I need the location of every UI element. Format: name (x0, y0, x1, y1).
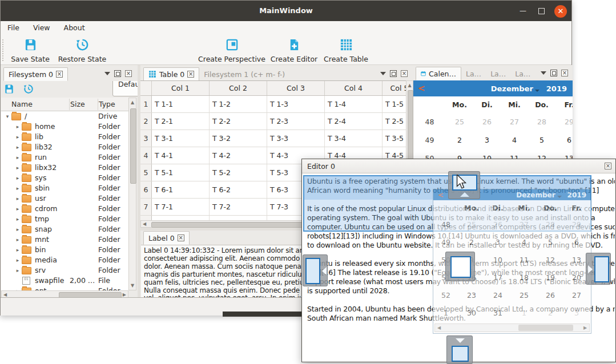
menu-file[interactable]: File (1, 21, 26, 35)
calendar-day-cell[interactable]: 26 (473, 118, 501, 126)
expander-open-icon[interactable]: ▾ (3, 111, 11, 122)
calendar-day-cell[interactable]: 29 (555, 118, 573, 126)
create-perspective-button[interactable]: Create Perspective (198, 36, 266, 63)
tab-table-0[interactable]: Table 0 × (143, 67, 199, 81)
expander-icon[interactable]: ▸ (14, 152, 22, 163)
restore-icon[interactable] (23, 84, 34, 94)
panel-menu-icon[interactable] (380, 72, 386, 75)
expander-icon[interactable]: ▸ (14, 234, 22, 245)
expander-icon[interactable]: ▸ (14, 132, 22, 142)
table-cell[interactable]: T 5-2 (210, 164, 267, 181)
calendar-day-cell[interactable]: 25 (446, 118, 473, 126)
table-row-header[interactable]: 2 (140, 113, 152, 130)
table-row-header[interactable]: 3 (140, 130, 152, 147)
table-row-header[interactable]: 7 (140, 199, 152, 215)
dock-indicator-left[interactable] (303, 254, 328, 286)
tree-row[interactable]: ▸tmpFolder (1, 214, 128, 224)
table-cell[interactable]: T 3-1 (152, 130, 210, 147)
titlebar[interactable]: MainWindow — ✕ (1, 1, 571, 21)
calendar-day-cell[interactable]: 5 (528, 136, 555, 144)
minimize-button[interactable]: — (517, 5, 529, 18)
expander-icon[interactable]: ▸ (14, 214, 22, 224)
scroll-left-icon[interactable]: ◀ (143, 221, 146, 227)
table-column-header[interactable]: Col 4 (325, 81, 383, 95)
table-row-header[interactable]: 6 (140, 181, 152, 198)
tree-row[interactable]: ▸binFolder (1, 245, 128, 255)
table-cell[interactable]: T 1-5 (383, 96, 406, 112)
table-cell[interactable]: T 5-1 (152, 164, 210, 181)
calendar-day-cell[interactable]: 6 (555, 136, 573, 144)
tab-filesystem-0[interactable]: Filesystem 0 × (3, 67, 68, 81)
tree-row[interactable]: ▸mediaFolder (1, 255, 128, 265)
calendar-day-cell[interactable]: 4 (501, 136, 528, 144)
table-row-header[interactable]: 4 (140, 147, 152, 164)
table-cell[interactable]: T 6-2 (210, 181, 267, 198)
table-cell[interactable]: T 2-3 (267, 113, 325, 130)
calendar-day-cell[interactable]: 2 (446, 136, 473, 144)
maximize-button[interactable] (535, 5, 547, 18)
table-row-header[interactable]: 5 (140, 164, 152, 181)
tree-row[interactable]: ▸libx32Folder (1, 163, 128, 173)
scrollbar-thumb[interactable] (130, 108, 136, 184)
close-button[interactable]: ✕ (554, 5, 567, 18)
tab-filesystem-1[interactable]: Filesystem 1 (c+ m- f-) (199, 67, 289, 81)
tree-row[interactable]: ▸usrFolder (1, 193, 128, 204)
calendar-prev-icon[interactable]: < (413, 83, 433, 94)
panel-menu-icon[interactable] (104, 72, 110, 75)
panel-float-icon[interactable] (114, 70, 121, 77)
menu-view[interactable]: View (26, 21, 57, 35)
table-cell[interactable]: T 3-5 (383, 130, 406, 147)
table-cell[interactable]: T 3-2 (210, 130, 267, 147)
tree-row[interactable]: ▸sbinFolder (1, 183, 128, 193)
tree-header[interactable]: Name Size Type (1, 98, 128, 111)
tab-close-icon[interactable]: × (187, 71, 194, 78)
expander-icon[interactable]: ▸ (14, 142, 22, 152)
table-cell[interactable]: T 4-2 (210, 147, 267, 164)
tree-vertical-scrollbar[interactable]: ▲ ▼ (128, 98, 136, 290)
save-state-button[interactable]: Save State (5, 36, 55, 63)
scrollbar-thumb[interactable] (408, 90, 413, 160)
expander-icon[interactable]: ▸ (14, 204, 22, 214)
tree-row[interactable]: ▾/Drive (1, 111, 128, 122)
table-column-header[interactable]: Col 5 (383, 81, 406, 95)
table-cell[interactable]: T 7-2 (210, 199, 267, 215)
tree-row[interactable]: ▸libFolder (1, 132, 128, 142)
table-cell[interactable]: T 2-2 (210, 113, 267, 130)
dock-indicator-bottom[interactable] (446, 335, 473, 364)
expander-icon[interactable]: ▸ (14, 265, 22, 276)
expander-icon[interactable]: ▸ (14, 245, 22, 255)
tab-close-icon[interactable]: × (56, 71, 63, 78)
tree-row[interactable]: ▸optFolder (1, 286, 128, 290)
scroll-left-icon[interactable]: ◀ (3, 292, 7, 297)
panel-close-icon[interactable]: × (561, 70, 568, 76)
tab-calendar-0[interactable]: Calen… (416, 67, 461, 80)
table-cell[interactable]: T 1-3 (267, 96, 325, 112)
dock-indicator-center[interactable] (445, 252, 475, 281)
menu-about[interactable]: About (57, 21, 92, 35)
table-column-header[interactable]: Col 1 (152, 81, 210, 95)
tab-close-icon[interactable]: × (178, 234, 184, 241)
table-cell[interactable]: T 3-3 (267, 130, 325, 147)
table-cell[interactable]: T 4-1 (152, 147, 210, 164)
tree-row[interactable]: ▸runFolder (1, 152, 128, 163)
calendar-year-button[interactable]: 2019 (546, 84, 567, 93)
panel-float-icon[interactable] (550, 70, 557, 76)
table-cell[interactable]: T 2-4 (325, 113, 383, 130)
table-cell[interactable]: T 1-4 (325, 96, 383, 112)
scroll-up-icon[interactable]: ▲ (406, 83, 413, 88)
scroll-down-icon[interactable]: ▼ (129, 283, 136, 288)
panel-menu-icon[interactable] (541, 71, 546, 75)
expander-icon[interactable]: ▸ (14, 224, 22, 234)
tab-label-3[interactable]: La… (510, 67, 535, 80)
expander-icon[interactable]: ▸ (14, 183, 22, 193)
tree-row[interactable]: ▸srvFolder (1, 265, 128, 276)
calendar-month-button[interactable]: Dezember (491, 84, 539, 93)
scroll-up-icon[interactable]: ▲ (129, 100, 136, 105)
calendar-day-cell[interactable]: 3 (473, 136, 501, 144)
scrollbar-thumb[interactable] (151, 222, 324, 228)
calendar-day-cell[interactable]: 28 (528, 118, 555, 126)
expander-icon[interactable]: ▸ (14, 286, 22, 290)
tab-label-0[interactable]: Label 0 × (143, 231, 190, 245)
expander-icon[interactable]: ▸ (14, 163, 22, 173)
window-bottom-edge[interactable] (223, 312, 303, 317)
